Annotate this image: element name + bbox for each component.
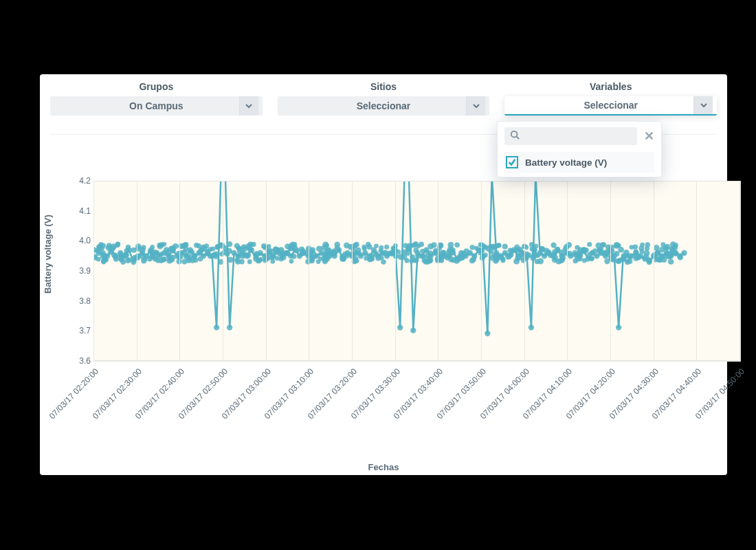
svg-point-316 bbox=[375, 256, 381, 261]
svg-point-356 bbox=[141, 245, 146, 250]
svg-point-140 bbox=[227, 256, 234, 263]
svg-point-206 bbox=[668, 259, 674, 265]
svg-point-581 bbox=[289, 241, 296, 248]
svg-point-613 bbox=[496, 243, 501, 248]
chevron-down-icon bbox=[693, 96, 713, 114]
svg-point-299 bbox=[551, 243, 556, 248]
chart-grid-line bbox=[223, 181, 223, 361]
chart-grid-line bbox=[395, 181, 396, 361]
svg-point-480 bbox=[604, 258, 610, 264]
svg-point-555 bbox=[404, 258, 409, 263]
svg-point-608 bbox=[334, 245, 340, 251]
svg-point-559 bbox=[518, 255, 523, 261]
filter-sitios-label: Sitios bbox=[370, 81, 397, 92]
svg-point-266 bbox=[251, 242, 256, 248]
svg-point-251 bbox=[374, 243, 379, 248]
variable-option-label: Battery voltage (V) bbox=[525, 157, 607, 168]
variables-search-input[interactable] bbox=[504, 127, 637, 145]
svg-point-574 bbox=[673, 250, 678, 256]
close-icon[interactable]: ✕ bbox=[644, 129, 654, 144]
svg-point-627 bbox=[277, 251, 282, 256]
chart-plot-area[interactable] bbox=[93, 181, 741, 361]
svg-point-368 bbox=[234, 243, 240, 248]
svg-point-597 bbox=[305, 258, 311, 264]
chart-y-tick: 4.2 bbox=[71, 176, 91, 186]
svg-point-272 bbox=[469, 245, 474, 250]
svg-point-546 bbox=[291, 254, 297, 259]
svg-point-256 bbox=[367, 244, 373, 250]
svg-point-74 bbox=[410, 327, 416, 333]
chart-grid-line bbox=[93, 361, 741, 362]
svg-point-638 bbox=[494, 252, 500, 258]
chevron-down-icon bbox=[239, 96, 258, 116]
svg-point-556 bbox=[214, 254, 219, 259]
svg-point-136 bbox=[681, 250, 687, 256]
svg-point-656 bbox=[118, 256, 124, 262]
svg-point-637 bbox=[126, 245, 131, 250]
svg-point-478 bbox=[384, 245, 389, 250]
svg-point-424 bbox=[627, 258, 632, 264]
svg-point-592 bbox=[100, 243, 106, 249]
svg-point-522 bbox=[235, 259, 241, 265]
svg-point-529 bbox=[316, 246, 322, 252]
svg-point-393 bbox=[469, 258, 475, 263]
select-variables[interactable]: Seleccionar bbox=[504, 96, 717, 116]
svg-point-626 bbox=[106, 245, 112, 251]
svg-point-631 bbox=[587, 242, 592, 247]
svg-point-563 bbox=[150, 245, 155, 250]
chart-grid-line bbox=[696, 181, 697, 361]
svg-point-567 bbox=[285, 251, 290, 256]
chart-grid-line bbox=[352, 181, 353, 361]
chart-grid-line bbox=[654, 181, 654, 361]
svg-point-241 bbox=[630, 245, 634, 250]
svg-point-606 bbox=[530, 247, 535, 252]
chart-grid-line bbox=[179, 181, 180, 361]
chart-x-axis-label: Fechas bbox=[368, 462, 399, 472]
svg-point-101 bbox=[529, 324, 534, 330]
svg-point-643 bbox=[205, 249, 210, 254]
svg-point-598 bbox=[401, 249, 408, 255]
checkbox-checked-icon bbox=[506, 156, 518, 168]
svg-point-416 bbox=[412, 243, 417, 248]
svg-point-435 bbox=[223, 245, 228, 251]
svg-point-29 bbox=[214, 324, 219, 330]
svg-point-407 bbox=[655, 250, 660, 255]
chart-grid-line bbox=[524, 181, 525, 361]
select-grupos[interactable]: On Campus bbox=[50, 96, 263, 116]
svg-point-654 bbox=[248, 248, 253, 252]
dashboard-panel: Grupos On Campus Sitios Seleccionar Vari… bbox=[40, 74, 727, 475]
svg-point-526 bbox=[627, 254, 632, 259]
filter-grupos-label: Grupos bbox=[139, 81, 173, 92]
select-sitios[interactable]: Seleccionar bbox=[278, 96, 490, 116]
chart-grid-line bbox=[481, 181, 482, 361]
svg-point-449 bbox=[589, 256, 594, 261]
svg-point-323 bbox=[640, 243, 645, 248]
svg-point-655 bbox=[217, 243, 222, 248]
svg-point-226 bbox=[289, 259, 294, 264]
chart-y-tick: 3.8 bbox=[71, 296, 91, 306]
filter-grupos: Grupos On Campus bbox=[50, 81, 263, 126]
select-grupos-value: On Campus bbox=[129, 100, 184, 111]
svg-point-601 bbox=[386, 251, 391, 256]
select-sitios-value: Seleccionar bbox=[357, 100, 411, 111]
svg-point-510 bbox=[502, 243, 508, 249]
svg-point-632 bbox=[324, 248, 331, 254]
svg-point-642 bbox=[318, 256, 323, 261]
svg-point-629 bbox=[664, 253, 670, 259]
chart: Battery voltage (V) Fechas 3.63.73.83.94… bbox=[47, 181, 720, 468]
svg-point-639 bbox=[157, 243, 164, 250]
svg-point-579 bbox=[559, 250, 564, 255]
svg-point-619 bbox=[181, 258, 187, 264]
svg-point-554 bbox=[135, 255, 140, 261]
svg-point-473 bbox=[481, 243, 487, 249]
svg-point-647 bbox=[362, 247, 367, 252]
variable-option-battery-voltage[interactable]: Battery voltage (V) bbox=[504, 152, 654, 173]
svg-point-292 bbox=[254, 251, 259, 256]
svg-point-623 bbox=[273, 246, 278, 252]
svg-point-507 bbox=[96, 257, 101, 262]
svg-point-562 bbox=[219, 252, 224, 256]
chart-y-tick: 4.1 bbox=[71, 206, 91, 216]
svg-point-398 bbox=[198, 256, 203, 261]
svg-point-402 bbox=[546, 250, 552, 256]
svg-point-121 bbox=[616, 324, 621, 330]
